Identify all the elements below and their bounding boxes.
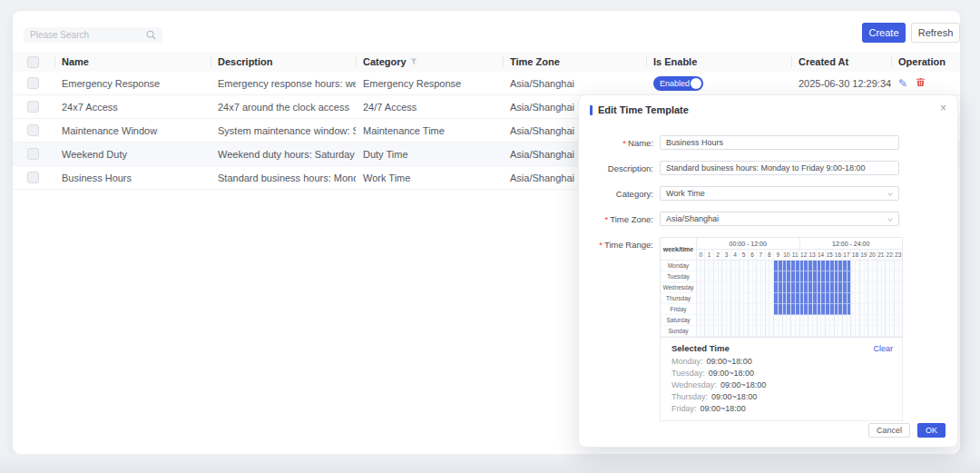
entry-day-label: Friday: bbox=[671, 404, 697, 413]
description-label: Description: bbox=[608, 163, 653, 173]
search-box bbox=[24, 27, 162, 43]
table-header-row: Name Description Category Time Zone Is E… bbox=[13, 52, 960, 72]
entry-time-value: 09:00~18:00 bbox=[709, 369, 754, 378]
cell-description: System maintenance window: Sunda... bbox=[211, 119, 356, 143]
cell-operation: ✎ bbox=[891, 72, 960, 95]
entry-time-value: 09:00~18:00 bbox=[720, 380, 766, 389]
modal-title: Edit Time Template bbox=[598, 104, 689, 115]
grid-time-cell[interactable] bbox=[899, 315, 903, 326]
timezone-select[interactable]: Asia/Shanghai bbox=[660, 212, 899, 226]
row-checkbox[interactable] bbox=[27, 124, 39, 136]
required-asterisk: * bbox=[599, 240, 603, 250]
name-label: Name: bbox=[628, 138, 653, 148]
cell-name: Business Hours bbox=[54, 166, 211, 190]
cell-category: Maintenance Time bbox=[356, 119, 503, 143]
grid-day-row: Wednesday bbox=[661, 282, 902, 293]
toggle-knob bbox=[691, 78, 701, 89]
grid-day-row: Tuesday bbox=[661, 271, 902, 282]
refresh-button[interactable]: Refresh bbox=[911, 23, 960, 43]
row-checkbox[interactable] bbox=[27, 77, 39, 89]
enabled-toggle[interactable]: Enabled bbox=[653, 76, 703, 91]
cell-timezone: Asia/Shanghai bbox=[503, 72, 646, 95]
grid-day-label: Wednesday bbox=[661, 282, 697, 293]
selected-time-entry: Friday:09:00~18:00 bbox=[671, 403, 893, 415]
cell-category: 24/7 Access bbox=[356, 95, 503, 119]
required-asterisk: * bbox=[605, 214, 609, 224]
grid-time-cell[interactable] bbox=[899, 261, 903, 271]
title-accent-bar bbox=[590, 105, 593, 115]
time-range-label: Time Range: bbox=[604, 240, 653, 250]
edit-time-template-modal: Edit Time Template × *Name: Description:… bbox=[578, 94, 958, 448]
grid-period-label: 00:00 - 12:00 bbox=[697, 238, 800, 249]
delete-icon[interactable] bbox=[916, 77, 926, 89]
create-button[interactable]: Create bbox=[862, 23, 906, 43]
category-select[interactable]: Work Time bbox=[660, 186, 899, 201]
grid-hour-label: 3 bbox=[722, 250, 730, 260]
grid-hour-label: 4 bbox=[731, 250, 740, 260]
page-bottom-shadow bbox=[0, 454, 980, 473]
selected-time-entry: Monday:09:00~18:00 bbox=[671, 356, 893, 368]
grid-hour-label: 18 bbox=[851, 250, 859, 260]
timezone-label: Time Zone: bbox=[610, 214, 653, 224]
grid-day-label: Monday bbox=[661, 261, 697, 271]
filter-icon[interactable] bbox=[410, 58, 417, 65]
grid-hour-label: 1 bbox=[705, 250, 713, 260]
select-all-checkbox[interactable] bbox=[27, 56, 39, 68]
grid-day-row: Thursday bbox=[661, 293, 902, 304]
time-range-widget: week/time00:00 - 12:0012:00 - 24:0001234… bbox=[660, 237, 903, 421]
grid-day-label: Tuesday bbox=[661, 271, 697, 282]
grid-time-cell[interactable] bbox=[899, 271, 903, 282]
grid-time-cell[interactable] bbox=[899, 282, 903, 293]
grid-hour-label: 15 bbox=[826, 250, 834, 260]
grid-day-row: Sunday bbox=[661, 326, 902, 337]
grid-hour-label: 16 bbox=[834, 250, 842, 260]
form-row-description: Description: bbox=[579, 161, 957, 175]
entry-day-label: Monday: bbox=[671, 357, 703, 366]
edit-icon[interactable]: ✎ bbox=[898, 78, 907, 89]
cell-description: Emergency response hours: weekday... bbox=[211, 72, 356, 95]
selected-time-panel: Selected Time Clear Monday:09:00~18:00Tu… bbox=[660, 338, 903, 421]
cell-name: 24x7 Access bbox=[54, 95, 211, 119]
row-checkbox[interactable] bbox=[27, 148, 39, 160]
grid-hour-label: 12 bbox=[799, 250, 808, 260]
modal-form: *Name: Description: Category: Work Time … bbox=[579, 135, 957, 421]
entry-day-label: Thursday: bbox=[671, 392, 708, 401]
cell-name: Weekend Duty bbox=[54, 143, 211, 166]
selected-time-entry: Tuesday:09:00~18:00 bbox=[671, 368, 893, 379]
col-header-name: Name bbox=[54, 52, 211, 72]
chevron-down-icon bbox=[887, 216, 893, 222]
required-asterisk: * bbox=[622, 138, 626, 148]
description-field[interactable] bbox=[660, 161, 899, 175]
grid-time-cell[interactable] bbox=[899, 304, 903, 315]
grid-hour-label: 0 bbox=[697, 250, 705, 260]
grid-hour-label: 2 bbox=[714, 250, 722, 260]
search-input[interactable] bbox=[24, 30, 146, 40]
modal-header: Edit Time Template bbox=[579, 95, 957, 115]
close-icon[interactable]: × bbox=[940, 102, 946, 114]
clear-link[interactable]: Clear bbox=[873, 344, 893, 353]
grid-time-cell[interactable] bbox=[899, 293, 903, 304]
grid-day-row: Saturday bbox=[661, 315, 902, 326]
grid-hour-label: 11 bbox=[791, 250, 799, 260]
col-header-created-at: Created At bbox=[791, 52, 891, 72]
form-row-time-range: *Time Range: week/time00:00 - 12:0012:00… bbox=[579, 237, 957, 421]
form-row-category: Category: Work Time bbox=[579, 186, 957, 201]
selected-time-entry: Thursday:09:00~18:00 bbox=[671, 391, 893, 403]
grid-hour-label: 21 bbox=[877, 250, 886, 260]
col-header-description: Description bbox=[211, 52, 356, 72]
row-checkbox[interactable] bbox=[27, 101, 39, 113]
grid-hour-label: 13 bbox=[808, 250, 817, 260]
grid-day-label: Saturday bbox=[661, 315, 697, 326]
selected-time-title: Selected Time bbox=[671, 343, 730, 353]
search-icon bbox=[146, 27, 156, 44]
cell-name: Maintenance Window bbox=[54, 119, 211, 143]
row-checkbox[interactable] bbox=[27, 172, 39, 183]
grid-period-label: 12:00 - 24:00 bbox=[800, 238, 903, 249]
col-header-timezone: Time Zone bbox=[503, 52, 646, 72]
cell-description: Standard business hours: Monday to ... bbox=[211, 166, 356, 190]
ok-button[interactable]: OK bbox=[917, 423, 946, 438]
cancel-button[interactable]: Cancel bbox=[868, 423, 910, 438]
grid-day-row: Monday bbox=[661, 261, 902, 271]
grid-time-cell[interactable] bbox=[899, 326, 903, 337]
name-field[interactable] bbox=[660, 135, 899, 150]
